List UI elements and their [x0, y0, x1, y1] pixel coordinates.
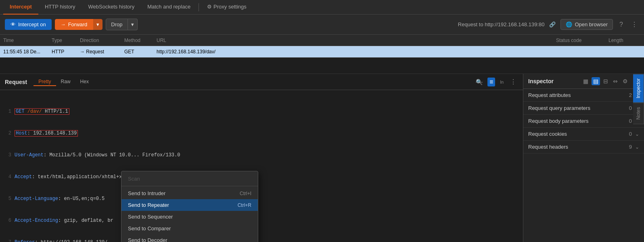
no-interception-icon[interactable]: 🔍: [474, 78, 484, 86]
inspector-header: Inspector ▦ ▤ ⊟ ⇔ ⚙ ✕: [523, 74, 644, 89]
context-menu: Scan Send to Intruder Ctrl+I Send to Rep…: [121, 171, 258, 242]
request-content: 1GET /dav/ HTTP/1.1 2Host: 192.168.148.1…: [0, 90, 523, 242]
request-to-label: Request to http://192.168.148.139:80: [458, 21, 545, 27]
tab-pretty[interactable]: Pretty: [33, 78, 56, 86]
tab-websockets-history[interactable]: WebSockets history: [82, 0, 141, 15]
ctx-scan-label: Scan: [128, 176, 140, 182]
inspector-expand-btn[interactable]: ⇔: [611, 77, 619, 85]
ctx-send-repeater-shortcut: Ctrl+R: [238, 202, 251, 208]
ctx-send-repeater[interactable]: Send to Repeater Ctrl+R: [121, 199, 258, 211]
intercept-on-button[interactable]: 👁 Intercept on: [5, 19, 52, 30]
inspector-columns-btn[interactable]: ⊟: [602, 77, 610, 85]
col-header-time: Time: [3, 38, 52, 43]
code-editor[interactable]: 1GET /dav/ HTTP/1.1 2Host: 192.168.148.1…: [0, 90, 523, 242]
inspector-settings-btn[interactable]: ⚙: [621, 77, 629, 85]
gear-icon: ⚙: [207, 4, 212, 10]
inspector-grid-btn[interactable]: ▦: [581, 77, 590, 85]
code-line-1: 1GET /dav/ HTTP/1.1: [3, 108, 520, 115]
inspector-section-headers[interactable]: Request headers 9 ⌄: [523, 141, 644, 154]
side-tab-notes[interactable]: Notes: [633, 103, 644, 124]
main-area: Request Pretty Raw Hex 🔍 ≡ ln ⋮ 1GET /da…: [0, 74, 644, 242]
ctx-send-sequencer[interactable]: Send to Sequencer: [121, 211, 258, 223]
open-browser-button[interactable]: 🌐 Open browser: [560, 19, 613, 30]
ctx-send-intruder-shortcut: Ctrl+I: [240, 191, 251, 196]
drop-button[interactable]: Drop: [106, 19, 128, 30]
col-header-status: Status code: [556, 38, 608, 43]
code-line-2: 2Host: 192.168.148.139: [3, 130, 520, 137]
tab-hex[interactable]: Hex: [75, 78, 94, 86]
col-header-direction: Direction: [80, 38, 124, 43]
code-line-4: 4Accept: text/html,application/xhtml+xml…: [3, 173, 520, 181]
section-label-cookies: Request cookies: [528, 131, 629, 137]
inspector-section-query-params[interactable]: Request query parameters 0 ⌄: [523, 102, 644, 115]
tab-intercept[interactable]: Intercept: [3, 0, 38, 15]
tab-raw[interactable]: Raw: [56, 78, 75, 86]
forward-group: → Forward ▾: [55, 19, 103, 30]
tab-match-replace[interactable]: Match and replace: [141, 0, 197, 15]
tab-http-history[interactable]: HTTP history: [38, 0, 82, 15]
arrow-icon: →: [61, 21, 66, 27]
panel-tabs: Pretty Raw Hex: [33, 78, 94, 86]
empty-area: [0, 58, 644, 74]
inspector-panel: Inspector ▦ ▤ ⊟ ⇔ ⚙ ✕ Request attributes…: [523, 74, 644, 242]
drop-arrow-button[interactable]: ▾: [128, 19, 138, 30]
section-count-body-params: 0: [629, 118, 632, 124]
inspector-title: Inspector: [528, 78, 578, 84]
cell-type: HTTP: [52, 49, 80, 55]
cell-direction: → Request: [80, 49, 124, 55]
inspector-icons: ▦ ▤ ⊟ ⇔ ⚙ ✕: [581, 77, 639, 85]
ctx-scan: Scan: [121, 173, 258, 185]
table-header: Time Type Direction Method URL Status co…: [0, 35, 644, 46]
section-count-request-attributes: 2: [629, 92, 632, 98]
col-header-method: Method: [124, 38, 157, 43]
cell-method: GET: [124, 49, 157, 55]
ctx-send-intruder[interactable]: Send to Intruder Ctrl+I: [121, 187, 258, 199]
table-row[interactable]: 11:55:45 18 De... HTTP → Request GET htt…: [0, 46, 644, 57]
side-tab-inspector[interactable]: Inspector: [633, 74, 644, 103]
section-count-cookies: 0: [629, 131, 632, 137]
section-label-request-attributes: Request attributes: [528, 92, 629, 98]
globe-icon: 🌐: [566, 21, 572, 27]
section-label-body-params: Request body parameters: [528, 118, 629, 124]
main-toolbar: 👁 Intercept on → Forward ▾ Drop ▾ Reques…: [0, 15, 644, 35]
ctx-send-decoder-label: Send to Decoder: [128, 237, 167, 242]
inspector-section-request-attributes[interactable]: Request attributes 2 ⌄: [523, 89, 644, 102]
eye-icon: 👁: [10, 21, 16, 27]
panel-header: Request Pretty Raw Hex 🔍 ≡ ln ⋮: [0, 74, 523, 90]
col-header-type: Type: [52, 38, 80, 43]
ctx-send-sequencer-label: Send to Sequencer: [128, 214, 173, 220]
more-button[interactable]: ⋮: [629, 20, 639, 29]
ctx-send-comparer-label: Send to Comparer: [128, 225, 171, 231]
request-panel: Request Pretty Raw Hex 🔍 ≡ ln ⋮ 1GET /da…: [0, 74, 523, 242]
ctx-send-intruder-label: Send to Intruder: [128, 190, 165, 196]
cell-time: 11:55:45 18 De...: [3, 49, 52, 55]
ctx-send-comparer[interactable]: Send to Comparer: [121, 223, 258, 234]
inspector-table-btn[interactable]: ▤: [592, 77, 600, 85]
ctx-send-decoder[interactable]: Send to Decoder: [121, 234, 258, 242]
forward-dropdown-button[interactable]: ▾: [93, 19, 102, 30]
inspector-section-body-params[interactable]: Request body parameters 0 ⌄: [523, 115, 644, 128]
ln-icon[interactable]: ln: [498, 79, 505, 85]
help-button[interactable]: ?: [618, 20, 625, 29]
wrap-icon[interactable]: ⋮: [508, 77, 518, 86]
toolbar-right: Request to http://192.168.148.139:80 🔗 🌐…: [458, 19, 639, 30]
col-header-length: Length: [608, 38, 641, 43]
panel-title: Request: [5, 79, 27, 85]
forward-button[interactable]: → Forward: [55, 19, 93, 30]
tab-proxy-settings[interactable]: ⚙ Proxy settings: [201, 0, 253, 15]
ctx-separator-1: [121, 186, 258, 186]
drop-group: Drop ▾: [106, 19, 137, 30]
main-tab-bar: Intercept HTTP history WebSockets histor…: [0, 0, 644, 15]
section-count-query-params: 0: [629, 105, 632, 111]
request-table: Time Type Direction Method URL Status co…: [0, 35, 644, 58]
inspector-section-cookies[interactable]: Request cookies 0 ⌄: [523, 128, 644, 141]
cell-url: http://192.168.148.139/dav/: [157, 49, 556, 55]
ctx-send-repeater-label: Send to Repeater: [128, 202, 169, 208]
highlight-icon[interactable]: ≡: [487, 78, 495, 86]
code-line-7: 7Referer: http://192.168.148.139/: [3, 239, 520, 242]
code-line-6: 6Accept-Encoding: gzip, deflate, br: [3, 217, 520, 224]
section-label-headers: Request headers: [528, 144, 629, 150]
tab-separator: [199, 3, 199, 11]
section-count-headers: 9: [629, 144, 632, 150]
link-icon: 🔗: [549, 21, 556, 27]
